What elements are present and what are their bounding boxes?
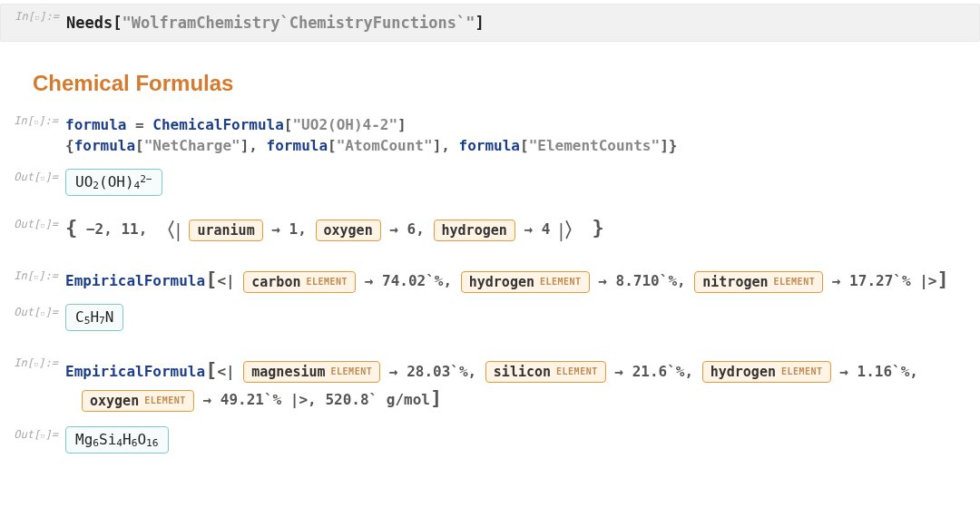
element-magnesium[interactable]: magnesiumELEMENT bbox=[243, 361, 380, 383]
empirical1-in: In[▫]:= EmpiricalFormula[<| carbonELEMEN… bbox=[0, 264, 980, 297]
needs-content[interactable]: Needs["WolframChemistry`ChemistryFunctio… bbox=[59, 5, 975, 41]
arrow-icon: → bbox=[271, 220, 280, 238]
assoc-open-icon: 〈 bbox=[156, 217, 176, 244]
needs-arg: "WolframChemistry`ChemistryFunctions`" bbox=[122, 14, 475, 32]
out-label: Out[▫]= bbox=[4, 423, 58, 441]
needs-cell: In[▫]:= Needs["WolframChemistry`Chemistr… bbox=[0, 4, 980, 42]
in-label: In[▫]:= bbox=[4, 264, 58, 282]
in-label: In[▫]:= bbox=[4, 109, 58, 127]
out-chemformula-list: Out[▫]= { −2, 11, 〈| uranium → 1, oxygen… bbox=[0, 212, 980, 248]
empirical2-content[interactable]: EmpiricalFormula[<| magnesiumELEMENT → 2… bbox=[58, 351, 976, 419]
chemicalformula-fn: ChemicalFormula bbox=[152, 116, 284, 133]
element-carbon[interactable]: carbonELEMENT bbox=[243, 271, 356, 293]
molar-mass: 520.8` g/mol bbox=[325, 391, 430, 408]
atom-count: 11 bbox=[121, 220, 138, 238]
element-silicon[interactable]: siliconELEMENT bbox=[485, 361, 606, 383]
chemformula-accessors: {formula["NetCharge"], formula["AtomCoun… bbox=[65, 137, 969, 154]
element-uranium[interactable]: uranium bbox=[189, 219, 262, 241]
formula-display[interactable]: C5H7N bbox=[65, 304, 123, 331]
element-oxygen[interactable]: oxygen bbox=[316, 219, 381, 241]
chemformula-content[interactable]: formula = ChemicalFormula["UO2(OH)4-2"] … bbox=[58, 109, 976, 161]
in-label: In[▫]:= bbox=[5, 5, 59, 23]
assoc-close-icon: 〉 bbox=[564, 217, 583, 244]
needs-fn: Needs bbox=[66, 14, 113, 32]
net-charge: −2 bbox=[86, 220, 103, 238]
empirical1-content[interactable]: EmpiricalFormula[<| carbonELEMENT → 74.0… bbox=[58, 264, 976, 297]
formula-display[interactable]: UO2(OH)42− bbox=[65, 169, 162, 196]
out-label: Out[▫]= bbox=[4, 300, 58, 318]
formula-var: formula bbox=[65, 116, 126, 133]
element-oxygen[interactable]: oxygenELEMENT bbox=[82, 390, 194, 412]
element-hydrogen[interactable]: hydrogenELEMENT bbox=[461, 271, 590, 293]
out-label: Out[▫]= bbox=[4, 165, 58, 183]
section-title: Chemical Formulas bbox=[0, 45, 980, 105]
in-label: In[▫]:= bbox=[4, 351, 58, 369]
chemformula-in: In[▫]:= formula = ChemicalFormula["UO2(O… bbox=[0, 109, 980, 161]
element-hydrogen[interactable]: hydrogen bbox=[434, 219, 515, 241]
out-label: Out[▫]= bbox=[4, 212, 58, 230]
empirical2-in: In[▫]:= EmpiricalFormula[<| magnesiumELE… bbox=[0, 351, 980, 419]
page: In[▫]:= Needs["WolframChemistry`Chemistr… bbox=[0, 4, 980, 517]
element-nitrogen[interactable]: nitrogenELEMENT bbox=[694, 271, 823, 293]
element-hydrogen[interactable]: hydrogenELEMENT bbox=[702, 361, 831, 383]
empirical2-out: Out[▫]= Mg6Si4H6O16 bbox=[0, 423, 980, 457]
empirical1-out: Out[▫]= C5H7N bbox=[0, 300, 980, 335]
empiricalformula-fn: EmpiricalFormula bbox=[65, 363, 205, 380]
empiricalformula-fn: EmpiricalFormula bbox=[65, 272, 205, 289]
formula-display[interactable]: Mg6Si4H6O16 bbox=[65, 426, 169, 454]
out-chemformula-object: Out[▫]= UO2(OH)42− bbox=[0, 165, 980, 200]
